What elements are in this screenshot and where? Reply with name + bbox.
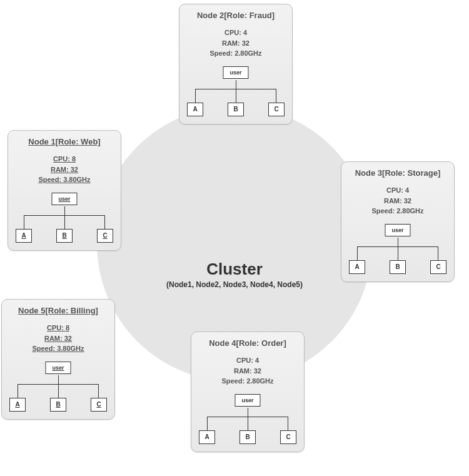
- actor-b: B: [56, 229, 73, 243]
- spec-ram: RAM: 32: [184, 38, 287, 49]
- actor-b: B: [240, 430, 256, 444]
- spec-cpu: CPU: 8: [13, 154, 116, 165]
- node-card-fraud[interactable]: Node 2[Role: Fraud] CPU: 4 RAM: 32 Speed…: [179, 4, 293, 124]
- actor-a: A: [9, 398, 26, 412]
- actor-a: A: [349, 260, 365, 274]
- actor-c: C: [97, 229, 113, 243]
- user-box: user: [385, 224, 410, 236]
- actor-a: A: [16, 229, 32, 243]
- node-specs: CPU: 8 RAM: 32 Speed: 3.80GHz: [7, 323, 109, 354]
- node-card-billing[interactable]: Node 5[Role: Billing] CPU: 8 RAM: 32 Spe…: [1, 299, 115, 420]
- node-card-web[interactable]: Node 1[Role: Web] CPU: 8 RAM: 32 Speed: …: [8, 130, 121, 251]
- spec-speed: Speed: 3.80GHz: [13, 175, 116, 185]
- spec-cpu: CPU: 4: [196, 355, 299, 366]
- user-box: user: [223, 66, 248, 79]
- node-specs: CPU: 4 RAM: 32 Speed: 2.80GHz: [184, 28, 287, 59]
- actor-c: C: [430, 260, 446, 274]
- actor-tree: user A B C: [196, 394, 299, 444]
- spec-speed: Speed: 2.80GHz: [184, 48, 287, 59]
- cluster-subtitle: (Node1, Node2, Node3, Node4, Node5): [166, 280, 303, 289]
- node-specs: CPU: 4 RAM: 32 Speed: 2.80GHz: [346, 185, 449, 216]
- actor-tree: user A B C: [7, 362, 109, 412]
- node-title: Node 3[Role: Storage]: [346, 168, 449, 178]
- spec-ram: RAM: 32: [346, 196, 449, 206]
- spec-cpu: CPU: 8: [7, 323, 109, 333]
- spec-speed: Speed: 3.80GHz: [7, 343, 109, 354]
- user-box: user: [234, 394, 260, 407]
- spec-ram: RAM: 32: [196, 366, 299, 377]
- node-title: Node 5[Role: Billing]: [7, 306, 109, 315]
- actor-b: B: [50, 398, 66, 412]
- node-title: Node 1[Role: Web]: [13, 137, 116, 146]
- user-box: user: [51, 193, 77, 205]
- actor-c: C: [280, 430, 296, 444]
- actor-tree: user A B C: [184, 66, 287, 116]
- node-specs: CPU: 8 RAM: 32 Speed: 3.80GHz: [13, 154, 116, 185]
- actor-tree: user A B C: [346, 224, 449, 274]
- actor-b: B: [228, 103, 244, 116]
- spec-ram: RAM: 32: [13, 165, 116, 175]
- node-title: Node 2[Role: Fraud]: [184, 11, 287, 20]
- actor-a: A: [199, 430, 215, 444]
- spec-cpu: CPU: 4: [346, 185, 449, 196]
- actor-b: B: [390, 260, 406, 274]
- user-box: user: [45, 362, 71, 374]
- actor-a: A: [187, 103, 203, 116]
- node-card-storage[interactable]: Node 3[Role: Storage] CPU: 4 RAM: 32 Spe…: [341, 161, 455, 282]
- spec-ram: RAM: 32: [7, 333, 109, 344]
- node-card-order[interactable]: Node 4[Role: Order] CPU: 4 RAM: 32 Speed…: [191, 332, 305, 452]
- actor-c: C: [268, 103, 285, 116]
- cluster-title: Cluster: [166, 260, 303, 279]
- cluster-label: Cluster (Node1, Node2, Node3, Node4, Nod…: [166, 260, 303, 289]
- node-title: Node 4[Role: Order]: [196, 338, 299, 348]
- node-specs: CPU: 4 RAM: 32 Speed: 2.80GHz: [196, 355, 299, 387]
- spec-cpu: CPU: 4: [184, 28, 287, 38]
- spec-speed: Speed: 2.80GHz: [346, 206, 449, 216]
- spec-speed: Speed: 2.80GHz: [196, 376, 299, 387]
- actor-tree: user A B C: [13, 193, 116, 243]
- actor-c: C: [91, 398, 107, 412]
